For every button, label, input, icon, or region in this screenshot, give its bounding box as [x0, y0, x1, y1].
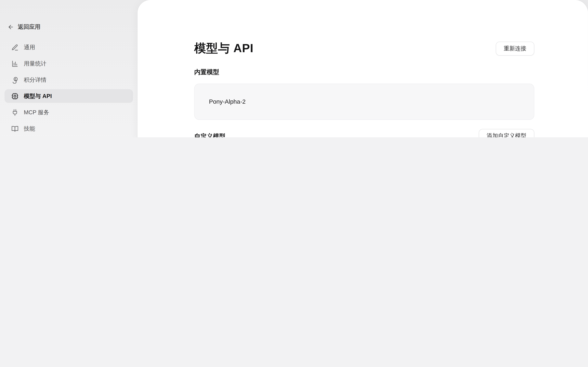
sidebar: 返回应用 通用 用量统计 积分详情 模型与 API MCP 服务 [0, 0, 137, 137]
back-to-app-label: 返回应用 [18, 24, 40, 31]
add-custom-model-button[interactable]: 添加自定义模型 [479, 129, 534, 137]
settings-window: 返回应用 通用 用量统计 积分详情 模型与 API MCP 服务 [0, 0, 588, 137]
builtin-model-name: Pony-Alpha-2 [209, 98, 246, 105]
book-open-icon [11, 125, 18, 132]
builtin-models-section-label: 内置模型 [194, 67, 534, 76]
plug-icon [11, 109, 18, 116]
builtin-model-card: Pony-Alpha-2 [194, 83, 534, 120]
cpu-icon [11, 92, 18, 100]
sidebar-item-mcp-services[interactable]: MCP 服务 [5, 106, 133, 119]
sidebar-item-general[interactable]: 通用 [5, 41, 133, 54]
sidebar-item-skills[interactable]: 技能 [5, 122, 133, 135]
sidebar-item-label: 模型与 API [24, 92, 52, 100]
main-panel: 模型与 API 重新连接 内置模型 Pony-Alpha-2 自定义模型 添加自… [137, 0, 588, 137]
sidebar-item-credits[interactable]: 积分详情 [5, 73, 133, 87]
sidebar-item-usage-stats[interactable]: 用量统计 [5, 57, 133, 70]
coins-icon [11, 76, 18, 83]
sidebar-item-label: MCP 服务 [24, 109, 49, 116]
arrow-left-icon [8, 24, 14, 30]
sidebar-item-label: 技能 [24, 125, 35, 132]
bar-chart-icon [11, 60, 18, 67]
sidebar-item-label: 积分详情 [24, 76, 46, 83]
custom-models-section-label: 自定义模型 [194, 131, 226, 137]
pencil-icon [11, 44, 18, 51]
sidebar-item-models-api[interactable]: 模型与 API [5, 89, 133, 103]
page-header: 模型与 API 重新连接 [194, 39, 534, 58]
sidebar-item-label: 通用 [24, 44, 35, 51]
sidebar-nav: 通用 用量统计 积分详情 模型与 API MCP 服务 技能 [5, 41, 133, 137]
back-to-app-button[interactable]: 返回应用 [8, 24, 133, 31]
page-title: 模型与 API [194, 41, 253, 56]
reconnect-button-top[interactable]: 重新连接 [496, 42, 534, 55]
custom-models-header: 自定义模型 添加自定义模型 [194, 129, 534, 137]
sidebar-item-label: 用量统计 [24, 60, 46, 67]
